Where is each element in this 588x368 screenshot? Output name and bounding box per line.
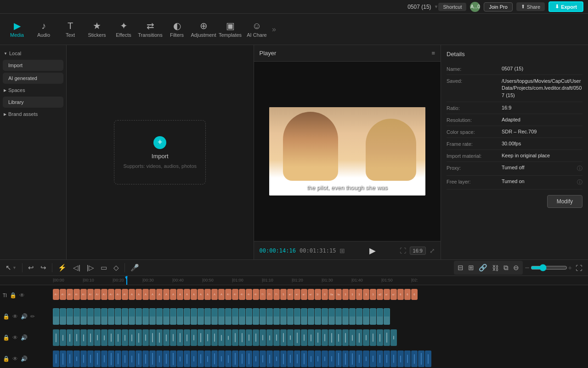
expand-icon[interactable]: ⤢ bbox=[430, 247, 435, 254]
video-segment[interactable] bbox=[156, 308, 163, 325]
video-segment[interactable] bbox=[149, 308, 156, 325]
video-segment[interactable] bbox=[308, 308, 314, 325]
audio2-segment[interactable] bbox=[397, 351, 404, 367]
audio2-segment[interactable] bbox=[198, 351, 204, 367]
audio1-segment[interactable] bbox=[156, 329, 163, 346]
video-segment[interactable] bbox=[363, 308, 369, 325]
audio2-segment[interactable] bbox=[156, 351, 163, 367]
audio2-segment[interactable] bbox=[163, 351, 170, 367]
tool-templates[interactable]: ▣ Templates bbox=[217, 15, 243, 44]
tool-text[interactable]: T Text bbox=[57, 15, 84, 44]
audio2-segment[interactable] bbox=[204, 351, 211, 367]
tool-adjustment[interactable]: ⊕ Adjustment bbox=[190, 15, 217, 44]
audio1-segment[interactable] bbox=[356, 329, 362, 346]
grid-icon[interactable]: ⊞ bbox=[339, 247, 345, 254]
video-segment[interactable] bbox=[184, 308, 190, 325]
import-button[interactable]: Import bbox=[3, 60, 63, 71]
video-segment[interactable] bbox=[253, 308, 259, 325]
video-segment[interactable] bbox=[191, 308, 197, 325]
audio2-segment[interactable] bbox=[211, 351, 218, 367]
brand-assets-section[interactable]: ▶ Brand assets bbox=[3, 109, 63, 119]
audio2-audio-icon[interactable]: 🔊 bbox=[21, 356, 28, 362]
subtitle-segment[interactable]: 3 bbox=[363, 289, 369, 300]
track-copy-tool[interactable]: ⧉ bbox=[502, 262, 510, 274]
subtitle-segment[interactable]: 3 bbox=[356, 289, 362, 300]
subtitle-segment[interactable]: 4↑ bbox=[253, 289, 259, 300]
subtitle-segment[interactable]: A↑ bbox=[115, 289, 121, 300]
audio1-segment[interactable] bbox=[239, 329, 245, 346]
audio1-segment[interactable] bbox=[335, 329, 342, 346]
audio2-segment[interactable] bbox=[94, 351, 101, 367]
shortcut-button[interactable]: Shortcut bbox=[438, 3, 466, 11]
audio2-segment[interactable] bbox=[363, 351, 369, 367]
undo-tool[interactable]: ↩ bbox=[26, 262, 36, 274]
video-segment[interactable] bbox=[142, 308, 149, 325]
video-segment[interactable] bbox=[225, 308, 232, 325]
video-segment[interactable] bbox=[246, 308, 252, 325]
audio1-segment[interactable] bbox=[74, 329, 80, 346]
video-edit-icon[interactable]: ✏ bbox=[30, 313, 35, 320]
audio1-segment[interactable] bbox=[266, 329, 273, 346]
audio1-segment[interactable] bbox=[136, 329, 142, 346]
audio1-segment[interactable] bbox=[177, 329, 183, 346]
subtitle-segment[interactable]: e↑ bbox=[301, 289, 307, 300]
tool-effects[interactable]: ✦ Effects bbox=[110, 15, 137, 44]
audio2-segment[interactable] bbox=[370, 351, 376, 367]
audio2-segment[interactable] bbox=[425, 351, 431, 367]
subtitle-segment[interactable]: A↑ bbox=[67, 289, 73, 300]
audio2-segment[interactable] bbox=[53, 351, 59, 367]
spaces-section[interactable]: ▶ Spaces bbox=[3, 86, 63, 95]
subtitle-segment[interactable]: e↑ bbox=[308, 289, 314, 300]
audio1-segment[interactable] bbox=[80, 329, 87, 346]
video-segment[interactable] bbox=[129, 308, 135, 325]
audio2-segment[interactable] bbox=[101, 351, 107, 367]
video-segment[interactable] bbox=[122, 308, 128, 325]
subtitle-segment[interactable]: 7↑ bbox=[273, 289, 280, 300]
audio2-segment[interactable] bbox=[232, 351, 238, 367]
audio1-segment[interactable] bbox=[204, 329, 211, 346]
video-segment[interactable] bbox=[53, 308, 59, 325]
audio1-segment[interactable] bbox=[163, 329, 170, 346]
subtitle-segment[interactable]: 6 bbox=[404, 289, 411, 300]
audio2-segment[interactable] bbox=[149, 351, 156, 367]
local-section[interactable]: ▼ Local bbox=[3, 49, 63, 58]
video-segment[interactable] bbox=[266, 308, 273, 325]
audio2-segment[interactable] bbox=[218, 351, 225, 367]
audio1-segment[interactable] bbox=[122, 329, 128, 346]
select-tool[interactable]: ↖ ▼ bbox=[4, 262, 18, 274]
video-segment[interactable] bbox=[67, 308, 73, 325]
audio1-segment[interactable] bbox=[287, 329, 294, 346]
audio1-segment[interactable] bbox=[191, 329, 197, 346]
audio2-segment[interactable] bbox=[115, 351, 121, 367]
audio1-segment[interactable] bbox=[280, 329, 287, 346]
audio1-segment[interactable] bbox=[149, 329, 156, 346]
video-segment[interactable] bbox=[198, 308, 204, 325]
video-segment[interactable] bbox=[108, 308, 114, 325]
audio1-segment[interactable] bbox=[232, 329, 238, 346]
audio1-segment[interactable] bbox=[67, 329, 73, 346]
subtitle-segment[interactable]: 0 bbox=[322, 289, 328, 300]
audio1-segment[interactable] bbox=[87, 329, 94, 346]
subtitle-segment[interactable]: fa bbox=[335, 289, 342, 300]
audio1-lock-icon[interactable]: 🔒 bbox=[3, 334, 10, 341]
video-segment[interactable] bbox=[342, 308, 349, 325]
audio2-segment[interactable] bbox=[177, 351, 183, 367]
audio1-segment[interactable] bbox=[328, 329, 335, 346]
audio2-segment[interactable] bbox=[253, 351, 259, 367]
audio2-segment[interactable] bbox=[136, 351, 142, 367]
audio1-segment[interactable] bbox=[301, 329, 307, 346]
video-segment[interactable] bbox=[377, 308, 383, 325]
audio1-segment[interactable] bbox=[370, 329, 376, 346]
track-link-tool[interactable]: 🔗 bbox=[477, 262, 489, 274]
zoom-in-icon[interactable]: + bbox=[568, 264, 572, 271]
video-segment[interactable] bbox=[80, 308, 87, 325]
subtitle-segment[interactable]: a↑ bbox=[384, 289, 390, 300]
tool-stickers[interactable]: ★ Stickers bbox=[84, 15, 110, 44]
subtitle-segment[interactable]: 5 bbox=[280, 289, 287, 300]
audio2-segment[interactable] bbox=[315, 351, 321, 367]
audio1-segment[interactable] bbox=[342, 329, 349, 346]
video-segment[interactable] bbox=[287, 308, 294, 325]
video-segment[interactable] bbox=[301, 308, 307, 325]
redo-tool[interactable]: ↪ bbox=[39, 262, 48, 274]
audio2-segment[interactable] bbox=[80, 351, 87, 367]
